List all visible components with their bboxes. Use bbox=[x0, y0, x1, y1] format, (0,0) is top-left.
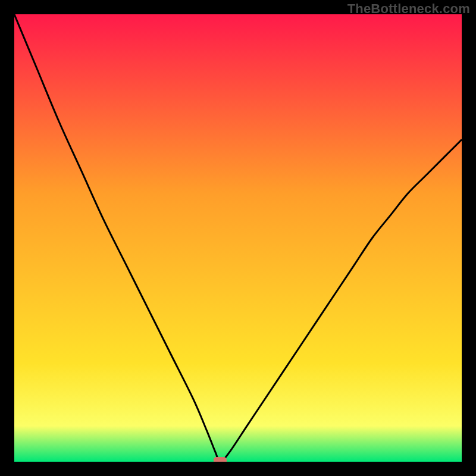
watermark-text: TheBottleneck.com bbox=[347, 1, 470, 17]
optimal-point-marker bbox=[214, 457, 227, 462]
bottleneck-chart bbox=[14, 14, 462, 462]
gradient-background bbox=[14, 14, 462, 462]
chart-page: TheBottleneck.com bbox=[0, 0, 476, 476]
plot-area bbox=[14, 14, 462, 462]
